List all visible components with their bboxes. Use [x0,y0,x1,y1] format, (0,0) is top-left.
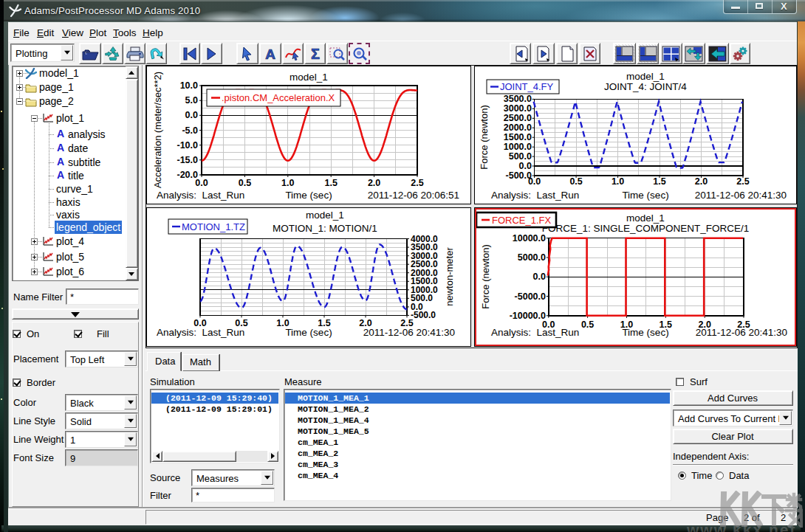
svg-text:2.5: 2.5 [736,176,749,187]
svg-text:Time (sec): Time (sec) [622,327,668,338]
svg-text:model_1: model_1 [290,72,328,83]
svg-text:JOINT_4: JOINT/4: JOINT_4: JOINT/4 [604,81,687,92]
svg-text:Analysis: Last_Run: Analysis: Last_Run [157,327,244,338]
svg-text:Force (newton): Force (newton) [479,105,490,169]
svg-text:0.5: 0.5 [239,178,251,188]
svg-text:-15.0: -15.0 [177,155,199,165]
svg-text:FORCE_1: SINGLE_COMPONENT_FORC: FORCE_1: SINGLE_COMPONENT_FORCE/1 [542,223,750,234]
svg-text:2011-12-06 20:41:30: 2011-12-06 20:41:30 [696,327,787,338]
svg-text:2.0: 2.0 [368,178,380,188]
svg-text:FORCE_1.FX: FORCE_1.FX [492,215,552,226]
svg-text:2000.0: 2000.0 [504,122,532,133]
svg-text:0.5: 0.5 [581,319,594,330]
svg-text:.piston.CM_Acceleration.X: .piston.CM_Acceleration.X [222,92,335,103]
svg-text:2500.0: 2500.0 [504,113,532,123]
svg-text:10000.0: 10000.0 [513,233,546,243]
svg-text:0.0: 0.0 [528,176,541,187]
svg-text:newton-meter: newton-meter [444,247,455,306]
svg-text:Time (sec): Time (sec) [285,327,332,338]
svg-text:-5000.0: -5000.0 [515,291,546,302]
svg-text:5000.0: 5000.0 [518,252,546,263]
svg-text:Acceleration (meter/sec**2): Acceleration (meter/sec**2) [152,72,163,188]
svg-text:model_1: model_1 [626,71,665,82]
svg-text:3000.0: 3000.0 [504,103,532,114]
svg-text:Analysis: Last_Run: Analysis: Last_Run [491,327,579,338]
svg-text:5.0: 5.0 [185,95,198,106]
svg-text:Time (sec): Time (sec) [285,190,332,201]
svg-text:2.5: 2.5 [411,178,423,188]
svg-text:2.0: 2.0 [695,176,708,187]
svg-text:model_1: model_1 [306,210,344,221]
svg-text:A: A [265,46,275,62]
svg-text:1.0: 1.0 [612,176,624,187]
svg-text:Force (newton): Force (newton) [480,244,491,308]
svg-text:10.0: 10.0 [180,80,198,91]
svg-text:0.0: 0.0 [195,178,208,188]
svg-text:2011-12-06 20:06:51: 2011-12-06 20:06:51 [368,190,459,201]
svg-text:-10000.0: -10000.0 [510,311,546,321]
svg-text:0.0: 0.0 [533,272,546,282]
svg-text:1.0: 1.0 [281,178,294,188]
svg-text:-500.0: -500.0 [411,310,436,320]
svg-text:500.0: 500.0 [509,151,532,162]
svg-text:MOTION_1.TZ: MOTION_1.TZ [182,221,245,232]
svg-text:0.0: 0.0 [185,110,198,120]
svg-text:-10.0: -10.0 [177,140,199,151]
svg-text:JOINT_4.FY: JOINT_4.FY [500,81,554,92]
svg-text:Analysis: Last_Run: Analysis: Last_Run [157,190,244,201]
svg-text:1.5: 1.5 [653,176,665,187]
svg-text:Time (sec): Time (sec) [622,190,668,201]
svg-text:MOTION_1: MOTION/1: MOTION_1: MOTION/1 [273,223,377,234]
svg-text:0.5: 0.5 [569,176,582,187]
svg-text:1000.0: 1000.0 [504,142,532,152]
svg-text:3500.0: 3500.0 [504,94,532,104]
svg-text:1500.0: 1500.0 [504,132,532,142]
svg-text:Analysis: Last_Run: Analysis: Last_Run [491,190,579,201]
svg-text:1.5: 1.5 [325,178,338,188]
svg-text:0.0: 0.0 [519,161,532,171]
svg-text:2011-12-06 20:41:30: 2011-12-06 20:41:30 [363,327,455,338]
svg-text:Σ: Σ [310,46,319,62]
svg-text:-5.0: -5.0 [182,125,198,136]
svg-text:model_1: model_1 [626,213,665,224]
svg-text:2011-12-06 20:41:30: 2011-12-06 20:41:30 [695,190,787,201]
